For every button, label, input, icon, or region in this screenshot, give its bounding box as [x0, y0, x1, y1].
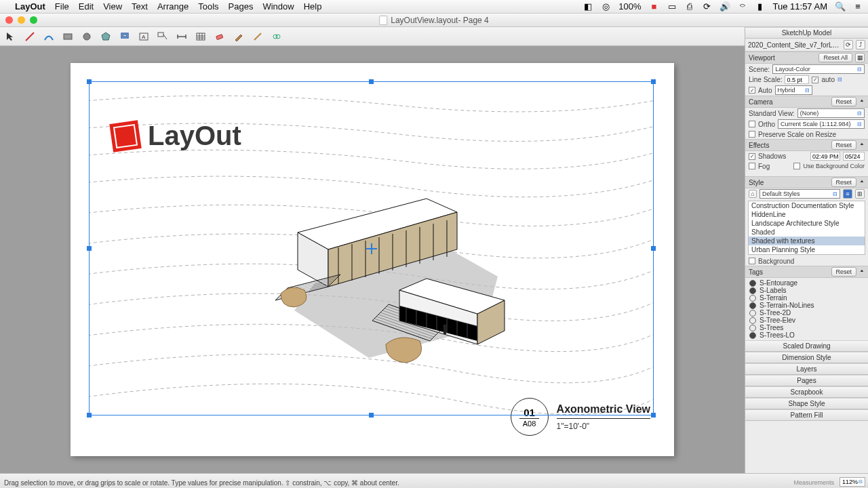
bgcolor-checkbox[interactable]: [793, 163, 800, 169]
style-option[interactable]: Shaded: [749, 228, 865, 237]
visibility-toggle[interactable]: [749, 317, 756, 324]
section-tags[interactable]: TagsReset▲: [745, 266, 868, 278]
resize-handle[interactable]: [87, 413, 92, 418]
split-tool[interactable]: [251, 30, 264, 43]
status-icon[interactable]: ◧: [583, 2, 593, 12]
battery-icon[interactable]: ▮: [755, 2, 765, 12]
visibility-toggle[interactable]: [749, 310, 756, 317]
menu-edit[interactable]: Edit: [79, 1, 94, 12]
open-icon[interactable]: ⤴: [856, 40, 865, 49]
tag-row[interactable]: S-Labels: [748, 287, 865, 294]
background-checkbox[interactable]: [749, 258, 755, 264]
resize-handle[interactable]: [87, 246, 92, 251]
shadows-checkbox[interactable]: ✓: [749, 153, 755, 160]
scale-dropdown[interactable]: Current Scale (1:112.984)⊟: [778, 119, 865, 129]
app-menu[interactable]: LayOut: [15, 1, 45, 12]
menu-window[interactable]: Window: [262, 1, 294, 12]
style-option[interactable]: Urban Planning Style: [749, 245, 865, 254]
reset-all-button[interactable]: Reset All: [818, 53, 852, 62]
reset-button[interactable]: Reset: [831, 178, 857, 187]
style-collection-dropdown[interactable]: Default Styles⊟: [760, 189, 840, 199]
visibility-toggle[interactable]: [749, 332, 756, 339]
panel-scrapbook[interactable]: Scrapbook: [745, 386, 868, 398]
menu-help[interactable]: Help: [304, 1, 322, 12]
style-tool[interactable]: [232, 30, 245, 43]
text-tool[interactable]: A: [137, 30, 151, 43]
status-icon[interactable]: ◎: [601, 2, 610, 12]
menu-view[interactable]: View: [103, 1, 122, 12]
resize-handle[interactable]: [651, 79, 656, 84]
resize-handle[interactable]: [369, 413, 374, 418]
section-style[interactable]: StyleReset▲: [745, 176, 868, 188]
style-option[interactable]: Shaded with textures: [749, 237, 865, 245]
reset-button[interactable]: Reset: [831, 267, 857, 277]
panel-header-model[interactable]: SketchUp Model: [745, 27, 868, 39]
table-tool[interactable]: [194, 30, 208, 43]
panel-pattern-fill[interactable]: Pattern Fill: [745, 409, 868, 421]
window-controls[interactable]: [5, 16, 37, 24]
resize-handle[interactable]: [369, 79, 374, 84]
linescale-input[interactable]: [785, 75, 809, 84]
tag-row[interactable]: S-Trees: [748, 324, 865, 331]
notifications-icon[interactable]: ≡: [853, 2, 863, 12]
viewport-selection[interactable]: [89, 81, 654, 415]
volume-icon[interactable]: 🔊: [720, 2, 730, 12]
relink-icon[interactable]: ⟳: [844, 40, 853, 49]
arc-tool[interactable]: [42, 30, 56, 43]
join-tool[interactable]: [270, 30, 283, 43]
spotlight-icon[interactable]: 🔍: [835, 2, 845, 12]
panel-pages[interactable]: Pages: [745, 375, 868, 386]
visibility-toggle[interactable]: [749, 280, 756, 287]
home-icon[interactable]: ⌂: [749, 190, 757, 198]
page[interactable]: LayOut 01 A08 Axonometric View 1"=10'-0": [71, 63, 674, 456]
panel-layers[interactable]: Layers: [745, 363, 868, 375]
visibility-toggle[interactable]: [749, 295, 756, 302]
style-option[interactable]: HiddenLine: [749, 210, 865, 219]
section-effects[interactable]: EffectsReset▲: [745, 139, 868, 151]
visibility-toggle[interactable]: [749, 325, 756, 331]
rectangle-tool[interactable]: [61, 30, 75, 43]
resize-handle[interactable]: [651, 246, 656, 251]
offset-tool[interactable]: [118, 30, 132, 43]
section-camera[interactable]: CameraReset▲: [745, 96, 868, 108]
dimension-tool[interactable]: [175, 30, 189, 43]
auto-checkbox[interactable]: ✓: [749, 87, 755, 94]
shadow-date-input[interactable]: [843, 152, 865, 161]
eraser-tool[interactable]: [213, 30, 226, 43]
reset-button[interactable]: Reset: [831, 97, 857, 106]
close-button[interactable]: [5, 16, 13, 24]
display-icon[interactable]: ▭: [667, 2, 677, 12]
status-icon[interactable]: ⎙: [685, 2, 694, 12]
panel-shape-style[interactable]: Shape Style: [745, 398, 868, 409]
minimize-button[interactable]: [18, 16, 25, 24]
ortho-checkbox[interactable]: [749, 121, 755, 127]
section-viewport[interactable]: Viewport Reset All▦: [745, 52, 868, 64]
resize-handle[interactable]: [651, 413, 656, 418]
tag-row[interactable]: S-Entourage: [748, 279, 865, 287]
linescale-lock[interactable]: ✓: [812, 77, 818, 83]
visibility-toggle[interactable]: [749, 302, 756, 309]
tag-row[interactable]: S-Trees-LO: [748, 331, 865, 339]
canvas-area[interactable]: LayOut 01 A08 Axonometric View 1"=10'-0": [0, 46, 745, 473]
visibility-toggle[interactable]: [749, 287, 756, 294]
style-option[interactable]: Landscape Architecture Style: [749, 219, 865, 228]
menu-tools[interactable]: Tools: [198, 1, 218, 12]
panel-dimension-style[interactable]: Dimension Style: [745, 352, 868, 363]
resize-handle[interactable]: [87, 79, 92, 84]
select-tool[interactable]: [4, 30, 18, 43]
zoom-field[interactable]: 112%⊟: [840, 477, 865, 487]
list-view-icon[interactable]: ≡: [843, 189, 852, 199]
sync-icon[interactable]: ⟳: [703, 2, 712, 12]
menu-arrange[interactable]: Arrange: [157, 1, 189, 12]
label-tool[interactable]: [156, 30, 170, 43]
fog-checkbox[interactable]: [749, 163, 755, 169]
record-icon[interactable]: ■: [650, 2, 659, 12]
tag-row[interactable]: S-Tree-Elev: [748, 317, 865, 324]
render-dropdown[interactable]: Hybrid⊟: [775, 85, 812, 95]
rotate-center[interactable]: [368, 245, 375, 252]
scene-dropdown[interactable]: Layout-Color⊟: [772, 64, 865, 74]
style-list[interactable]: Construction Documentation Style HiddenL…: [748, 201, 865, 255]
tag-row[interactable]: S-Terrain-NoLines: [748, 302, 865, 309]
preserve-checkbox[interactable]: [749, 131, 755, 138]
stdview-dropdown[interactable]: (None)⊟: [797, 108, 865, 118]
